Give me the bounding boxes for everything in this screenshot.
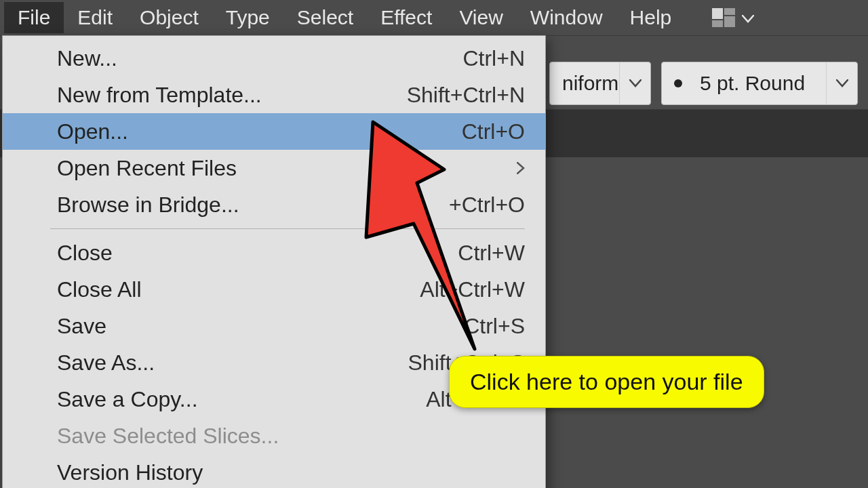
- svg-rect-1: [724, 8, 735, 15]
- menu-label: Browse in Bridge...: [57, 192, 449, 218]
- workspace-switcher[interactable]: [712, 8, 754, 27]
- menu-window[interactable]: Window: [517, 2, 616, 33]
- menu-shortcut: Ctrl+O: [462, 119, 525, 144]
- stroke-profile-label: niform: [550, 72, 619, 95]
- menu-label: New...: [57, 46, 462, 71]
- brush-combo[interactable]: 5 pt. Round: [661, 62, 858, 105]
- menu-label: Close All: [57, 277, 420, 302]
- chevron-down-icon: [826, 62, 857, 104]
- workspace-icon: [712, 8, 735, 27]
- svg-rect-3: [712, 20, 723, 27]
- chevron-down-icon: [619, 62, 650, 104]
- menu-view[interactable]: View: [446, 2, 516, 33]
- svg-rect-2: [724, 16, 735, 27]
- menubar: File Edit Object Type Select Effect View…: [0, 0, 868, 35]
- menu-shortcut: Alt+Ctrl+W: [420, 277, 525, 302]
- menu-item-save-slices: Save Selected Slices...: [3, 418, 545, 454]
- menu-object[interactable]: Object: [126, 2, 212, 33]
- menu-shortcut: +Ctrl+O: [449, 192, 525, 218]
- menu-item-close-all[interactable]: Close All Alt+Ctrl+W: [3, 271, 545, 308]
- menu-separator: [50, 228, 525, 229]
- svg-rect-0: [712, 8, 723, 19]
- annotation-callout: Click here to open your file: [449, 356, 764, 408]
- menu-label: Save As...: [57, 350, 408, 375]
- menu-item-close[interactable]: Close Ctrl+W: [3, 235, 545, 271]
- menu-item-new-template[interactable]: New from Template... Shift+Ctrl+N: [3, 77, 545, 113]
- menu-item-open-recent[interactable]: Open Recent Files: [3, 150, 545, 186]
- menu-shortcut: Shift+Ctrl+N: [407, 83, 525, 108]
- menu-item-new[interactable]: New... Ctrl+N: [3, 40, 545, 77]
- menu-shortcut: Ctrl+N: [462, 46, 525, 71]
- brush-label: 5 pt. Round: [688, 72, 826, 95]
- menu-shortcut: Ctrl+S: [464, 314, 525, 339]
- chevron-down-icon: [742, 8, 754, 27]
- annotation-callout-text: Click here to open your file: [470, 369, 743, 394]
- menu-label: New from Template...: [57, 83, 407, 108]
- menu-file[interactable]: File: [4, 2, 64, 33]
- stroke-profile-combo[interactable]: niform: [549, 62, 651, 105]
- menu-label: Save a Copy...: [57, 387, 426, 412]
- menu-label: Version History: [57, 460, 525, 485]
- file-dropdown: New... Ctrl+N New from Template... Shift…: [2, 35, 546, 488]
- menu-item-version-history[interactable]: Version History: [3, 454, 545, 488]
- menu-edit[interactable]: Edit: [64, 2, 126, 33]
- menu-label: Save Selected Slices...: [57, 424, 525, 449]
- menu-item-browse-bridge[interactable]: Browse in Bridge... +Ctrl+O: [3, 186, 545, 223]
- brush-preview-icon: [674, 79, 682, 87]
- menu-label: Close: [57, 241, 458, 266]
- menu-item-save[interactable]: Save Ctrl+S: [3, 308, 545, 344]
- menu-label: Open...: [57, 119, 462, 144]
- menu-type[interactable]: Type: [212, 2, 283, 33]
- chevron-right-icon: [517, 158, 525, 179]
- menu-effect[interactable]: Effect: [367, 2, 446, 33]
- menu-label: Open Recent Files: [57, 156, 517, 181]
- menu-shortcut: Ctrl+W: [458, 241, 525, 266]
- menu-help[interactable]: Help: [616, 2, 686, 33]
- menu-select[interactable]: Select: [283, 2, 367, 33]
- menu-item-open[interactable]: Open... Ctrl+O: [3, 113, 545, 150]
- menu-label: Save: [57, 314, 464, 339]
